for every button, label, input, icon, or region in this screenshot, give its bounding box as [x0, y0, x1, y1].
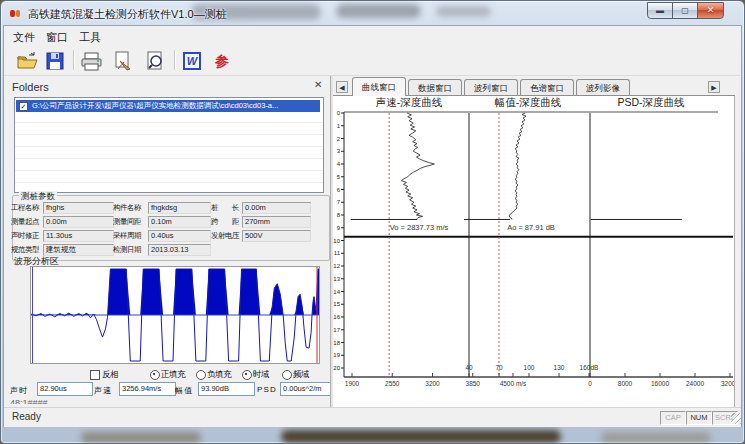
word-report-button[interactable]: W [180, 49, 204, 73]
param-value: 0.00m [43, 216, 114, 228]
time-domain-radio[interactable] [242, 370, 252, 380]
svg-text:16: 16 [333, 314, 340, 320]
save-button[interactable] [43, 49, 67, 73]
fill-negative-radio[interactable] [196, 370, 206, 380]
svg-text:2: 2 [337, 136, 341, 142]
svg-text:7: 7 [337, 199, 341, 205]
toolbar: W 参 [4, 46, 740, 76]
export-button[interactable] [110, 49, 136, 73]
svg-text:幅值-深度曲线: 幅值-深度曲线 [495, 96, 562, 108]
svg-text:100: 100 [524, 364, 535, 371]
status-cap: CAP [660, 411, 686, 425]
svg-text:11: 11 [334, 250, 341, 256]
tab-scroll-right[interactable]: ▶ [708, 81, 720, 93]
folder-item-checkbox[interactable]: ✓ [19, 102, 28, 111]
print-button[interactable] [79, 49, 105, 73]
svg-text:10: 10 [333, 238, 340, 244]
svg-text:40: 40 [465, 364, 473, 371]
glass-blur-artifact [81, 432, 201, 443]
param-label: 测量起点 [11, 217, 39, 227]
svg-text:2550: 2550 [385, 380, 400, 387]
fill-positive-radio[interactable] [150, 370, 160, 380]
menu-0[interactable]: 文件 [13, 30, 35, 45]
tab-3[interactable]: 色谱窗口 [520, 79, 574, 95]
minimize-button[interactable]: ▬ [647, 2, 673, 19]
menu-bar: 文件窗口工具 [4, 26, 740, 46]
wave-value-label: 声 时 [10, 385, 27, 396]
svg-text:4500 m/s: 4500 m/s [500, 380, 527, 387]
menu-1[interactable]: 窗口 [46, 30, 68, 45]
svg-text:PSD-深度曲线: PSD-深度曲线 [617, 96, 685, 108]
svg-text:17: 17 [333, 327, 340, 333]
freq-domain-label: 频域 [293, 369, 309, 381]
svg-text:Vo = 2837.73 m/s: Vo = 2837.73 m/s [390, 223, 449, 232]
wave-value-field[interactable]: 93.90dB [198, 382, 255, 396]
maximize-icon: ▢ [673, 3, 697, 18]
svg-text:0: 0 [588, 380, 592, 387]
invert-label: 反相 [102, 369, 118, 381]
wave-value-label: 声 速 [94, 385, 111, 396]
param-label: 桩 长 [211, 203, 239, 213]
print-preview-button[interactable] [142, 49, 168, 73]
svg-text:20: 20 [333, 365, 340, 371]
svg-text:3: 3 [337, 148, 341, 154]
resize-grip[interactable] [731, 413, 741, 424]
param-label: 检测日期 [113, 245, 141, 255]
param-label: 发射电压 [211, 231, 239, 241]
svg-text:3200: 3200 [425, 380, 440, 387]
minimize-icon: ▬ [648, 3, 672, 18]
svg-text:8: 8 [337, 212, 341, 218]
folder-item-selected[interactable]: ✓ G:\公司产品设计开发\超声仪器\超声仪实地检测数据调试\cd\cd03\c… [16, 100, 320, 112]
tab-0[interactable]: 曲线窗口 [352, 77, 406, 96]
parameters-char: 参 [210, 49, 234, 73]
param-value: 2013.03.13 [148, 244, 211, 256]
param-label: 测量间距 [113, 217, 141, 227]
param-value: fhghs [43, 202, 114, 214]
app-icon [10, 8, 24, 20]
menu-2[interactable]: 工具 [79, 30, 101, 45]
svg-text:4: 4 [337, 161, 341, 167]
param-label: 规范类型 [11, 245, 39, 255]
svg-text:14: 14 [333, 289, 340, 295]
svg-text:70: 70 [495, 364, 503, 371]
svg-text:130: 130 [554, 364, 565, 371]
freq-domain-radio[interactable] [282, 370, 292, 380]
param-label: 构件名称 [113, 203, 141, 213]
folders-close-icon[interactable]: ✕ [314, 79, 322, 90]
tab-4[interactable]: 波列影像 [576, 79, 630, 95]
depth-charts[interactable]: 01234567891011121314151617181920声速-深度曲线1… [333, 96, 735, 407]
svg-text:12: 12 [333, 263, 340, 269]
svg-text:0: 0 [337, 110, 341, 116]
wave-value-field[interactable]: 0.00us^2/m [280, 382, 335, 396]
tab-1[interactable]: 数据窗口 [408, 79, 462, 95]
tab-scroll-left[interactable]: ◀ [336, 81, 348, 93]
param-value: 0.40us [148, 230, 211, 242]
svg-text:3850: 3850 [466, 380, 481, 387]
param-value: 500V [242, 230, 311, 242]
open-file-button[interactable] [15, 49, 39, 73]
svg-text:声速-深度曲线: 声速-深度曲线 [376, 96, 443, 108]
chart-panel: ◀ ▶ 曲线窗口数据窗口波列窗口色谱窗口波列影像 012345678910111… [333, 76, 735, 407]
waveform-chart[interactable] [30, 266, 320, 364]
folders-panel-title: Folders [12, 81, 49, 93]
param-value: fhgkdsg [148, 202, 211, 214]
folder-item-path: G:\公司产品设计开发\超声仪器\超声仪实地检测数据调试\cd\cd03\cd0… [32, 100, 278, 112]
svg-text:13: 13 [333, 276, 340, 282]
svg-text:160dB: 160dB [580, 364, 599, 371]
parameters-button[interactable]: 参 [210, 49, 234, 73]
close-button[interactable]: ✕ [697, 2, 724, 19]
folder-list[interactable]: ✓ G:\公司产品设计开发\超声仪器\超声仪实地检测数据调试\cd\cd03\c… [14, 97, 324, 193]
svg-text:6: 6 [337, 187, 341, 193]
maximize-button[interactable]: ▢ [672, 2, 698, 19]
time-domain-label: 时域 [253, 369, 269, 381]
status-num: NUM [686, 411, 712, 425]
svg-text:8000: 8000 [618, 380, 633, 387]
tab-2[interactable]: 波列窗口 [464, 79, 518, 95]
wave-value-field[interactable]: 3256.94m/s [119, 382, 176, 396]
param-value: 0.10m [148, 216, 211, 228]
wave-value-label: P S D [257, 385, 275, 394]
invert-checkbox[interactable] [90, 370, 100, 380]
svg-text:24000: 24000 [686, 380, 704, 387]
param-label: 采样周期 [113, 231, 141, 241]
wave-value-field[interactable]: 82.90us [37, 382, 93, 396]
